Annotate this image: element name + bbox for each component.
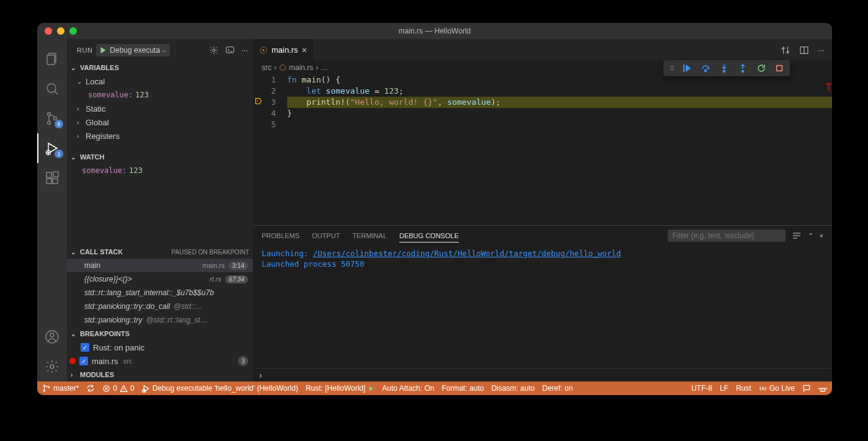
- breakpoints-section-header[interactable]: ⌄BREAKPOINTS: [67, 327, 253, 341]
- format-status[interactable]: Format: auto: [441, 384, 484, 393]
- deref-status[interactable]: Deref: on: [542, 384, 572, 393]
- more-icon[interactable]: ···: [241, 45, 248, 55]
- svg-point-20: [262, 49, 265, 51]
- breakpoint-item[interactable]: ✓ Rust: on panic: [67, 341, 253, 354]
- rust-status[interactable]: Rust: [HelloWorld]: [306, 384, 374, 393]
- gear-icon[interactable]: [209, 45, 219, 55]
- tab-label: main.rs: [272, 45, 298, 55]
- tab-problems[interactable]: PROBLEMS: [262, 229, 299, 242]
- go-live-status[interactable]: Go Live: [759, 384, 795, 393]
- callstack-frame[interactable]: std::panicking::try::do_call @std::…: [67, 300, 253, 313]
- explorer-icon[interactable]: [37, 44, 67, 74]
- breakpoint-frame-marker-icon[interactable]: [254, 97, 263, 105]
- sync-status[interactable]: [86, 384, 95, 393]
- filter-input[interactable]: [668, 229, 786, 242]
- callstack-frame[interactable]: std::rt::lang_start_internal::_$u7b$$u7b: [67, 286, 253, 300]
- svg-rect-25: [683, 65, 684, 72]
- run-debug-icon[interactable]: 1: [37, 133, 67, 163]
- svg-point-29: [742, 71, 744, 73]
- breakpoint-item[interactable]: ✓ main.rs src 3: [67, 354, 253, 368]
- language-status[interactable]: Rust: [736, 384, 751, 393]
- svg-point-38: [762, 387, 764, 389]
- registers-scope[interactable]: ›Registers: [67, 129, 253, 143]
- close-window-button[interactable]: [45, 27, 52, 35]
- variable-row[interactable]: somevalue:123: [67, 88, 253, 102]
- variables-section-header[interactable]: ⌄VARIABLES: [67, 61, 253, 74]
- checkbox-icon[interactable]: ✓: [81, 343, 89, 352]
- notifications-icon[interactable]: [818, 384, 827, 393]
- svg-marker-35: [144, 385, 148, 391]
- stop-button[interactable]: [775, 64, 784, 73]
- step-out-button[interactable]: [738, 63, 748, 73]
- minimize-window-button[interactable]: [57, 27, 64, 35]
- watch-row[interactable]: somevalue:123: [67, 164, 253, 177]
- modules-title: MODULES: [80, 371, 114, 378]
- debug-console-output[interactable]: Launching: /Users/colinbester/coding/Rus…: [253, 246, 832, 368]
- svg-point-27: [705, 70, 707, 72]
- window-title: main.rs — HelloWorld: [399, 27, 471, 35]
- start-debug-icon[interactable]: [99, 46, 107, 55]
- close-panel-icon[interactable]: ×: [820, 232, 823, 239]
- collapse-panel-icon[interactable]: ⌃: [808, 232, 813, 240]
- source-control-icon[interactable]: 6: [37, 104, 67, 133]
- debug-target-status[interactable]: Debug executable 'hello_world' (HelloWor…: [142, 384, 298, 393]
- close-tab-icon[interactable]: ×: [302, 45, 307, 55]
- extensions-icon[interactable]: [37, 163, 67, 193]
- checkbox-icon[interactable]: ✓: [79, 357, 88, 365]
- debug-sidebar: RUN Debug executa ⌵ ··· ⌄VARIABLES: [67, 39, 253, 381]
- callstack-frame[interactable]: main main.rs 3:14: [67, 259, 253, 272]
- debug-console-icon[interactable]: [225, 45, 235, 55]
- maximize-window-button[interactable]: [69, 27, 77, 35]
- eol-status[interactable]: LF: [720, 384, 728, 393]
- watch-section-header[interactable]: ⌄WATCH: [67, 150, 253, 164]
- watch-title: WATCH: [80, 153, 105, 161]
- code-area[interactable]: fn main() { let somevalue = 123; println…: [287, 74, 832, 225]
- debug-toolbar[interactable]: ⠿: [663, 60, 790, 76]
- callstack-frame[interactable]: std::panicking::try @std::rt::lang_st…: [67, 313, 253, 327]
- status-bar: master* 0 0 Debug executable 'hello_worl…: [37, 381, 832, 395]
- svg-point-5: [48, 122, 51, 125]
- accounts-icon[interactable]: [37, 322, 67, 352]
- feedback-icon[interactable]: [802, 384, 811, 393]
- code-editor[interactable]: 1 2 3 4 5 fn main() { let somevalue = 12…: [253, 74, 832, 225]
- debug-config-selector[interactable]: Debug executa ⌵: [96, 44, 170, 56]
- editor-tab[interactable]: main.rs ×: [253, 39, 314, 61]
- restart-button[interactable]: [756, 63, 766, 73]
- auto-attach-status[interactable]: Auto Attach: On: [382, 384, 434, 393]
- local-scope[interactable]: ⌄Local: [67, 74, 253, 88]
- svg-rect-9: [46, 172, 51, 177]
- errors-status[interactable]: 0 0: [102, 384, 134, 393]
- continue-button[interactable]: [682, 63, 692, 73]
- encoding-status[interactable]: UTF-8: [691, 384, 712, 393]
- drag-handle-icon[interactable]: ⠿: [670, 65, 673, 73]
- more-actions-icon[interactable]: ···: [818, 45, 825, 55]
- svg-rect-1: [47, 55, 55, 65]
- step-over-button[interactable]: [701, 63, 711, 73]
- callstack-frame[interactable]: {{closure}}<()> rt.rs 67:34: [67, 272, 253, 286]
- debug-console-input-chevron[interactable]: ›: [253, 368, 832, 381]
- split-editor-icon[interactable]: [799, 45, 809, 55]
- tab-terminal[interactable]: TERMINAL: [352, 229, 387, 242]
- svg-point-32: [43, 390, 45, 391]
- svg-rect-18: [226, 47, 234, 52]
- svg-point-23: [280, 65, 286, 71]
- tab-output[interactable]: OUTPUT: [312, 229, 340, 242]
- launch-path-link[interactable]: /Users/colinbester/coding/Rust/HelloWorl…: [313, 249, 621, 258]
- compare-changes-icon[interactable]: [781, 45, 790, 55]
- svg-point-17: [213, 49, 215, 51]
- disasm-status[interactable]: Disasm: auto: [491, 384, 534, 393]
- svg-point-6: [54, 117, 57, 120]
- settings-gear-icon[interactable]: [37, 352, 67, 381]
- callstack-section-header[interactable]: ⌄CALL STACK PAUSED ON BREAKPOINT: [67, 245, 253, 259]
- git-branch-status[interactable]: master*: [42, 384, 79, 393]
- static-scope[interactable]: ›Static: [67, 102, 253, 115]
- svg-point-2: [47, 84, 56, 92]
- breakpoint-dot-icon: [69, 358, 76, 364]
- step-into-button[interactable]: [719, 63, 729, 73]
- modules-section-header[interactable]: ›MODULES: [67, 368, 253, 381]
- tab-debug-console[interactable]: DEBUG CONSOLE: [399, 229, 459, 243]
- search-icon[interactable]: [37, 74, 67, 104]
- svg-line-3: [55, 91, 58, 94]
- word-wrap-icon[interactable]: [792, 231, 802, 241]
- global-scope[interactable]: ›Global: [67, 115, 253, 129]
